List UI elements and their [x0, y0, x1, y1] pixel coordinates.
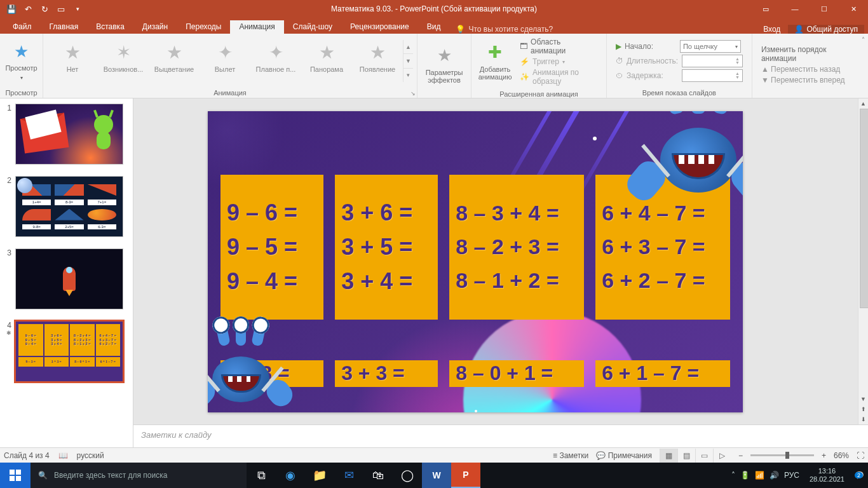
comments-toggle-button[interactable]: 💬 Примечания [596, 451, 652, 460]
language-indicator[interactable]: русский [77, 451, 104, 460]
maximize-icon[interactable]: ☐ [810, 0, 839, 18]
start-button[interactable] [0, 463, 31, 488]
anim-appear[interactable]: ✶Возникнов... [98, 40, 149, 73]
slide-thumbnail-1[interactable] [15, 104, 123, 165]
slide-canvas[interactable]: 9 – 6 = 9 – 5 = 9 – 4 = 3 + 6 = 3 + 5 = … [208, 111, 743, 412]
zoom-in-icon[interactable]: + [822, 451, 826, 460]
card-col-1[interactable]: 9 – 6 = 9 – 5 = 9 – 4 = [220, 175, 323, 320]
share-label: Общий доступ [806, 25, 858, 34]
action-center-icon[interactable]: 💬 [855, 471, 864, 480]
anim-fade[interactable]: ★Выцветание [149, 40, 200, 73]
slide-canvas-area[interactable]: 9 – 6 = 9 – 5 = 9 – 4 = 3 + 6 = 3 + 5 = … [133, 98, 868, 424]
preview-button[interactable]: ★ Просмотр ▾ [4, 41, 39, 80]
move-later-button[interactable]: ▼ Переместить вперед [761, 76, 849, 85]
slide-thumbnail-4[interactable]: 9 – 6 =9 – 5 =9 – 4 = 3 + 6 =3 + 5 =3 + … [15, 321, 123, 382]
zoom-level[interactable]: 66% [834, 451, 849, 460]
explorer-icon[interactable]: 📁 [305, 463, 334, 488]
prev-slide-icon[interactable]: ⬆ [858, 404, 868, 414]
scroll-down-icon[interactable]: ▼ [858, 394, 868, 404]
share-button[interactable]: 👤 Общий доступ [788, 25, 864, 34]
powerpoint-icon[interactable]: P [451, 463, 480, 488]
minimize-icon[interactable]: — [780, 0, 810, 18]
tab-insert[interactable]: Вставка [87, 20, 133, 34]
redo-icon[interactable]: ↻ [37, 1, 52, 17]
card-bot-4[interactable]: 6 + 1 – 7 = [595, 360, 730, 387]
start-from-beginning-icon[interactable]: ▭ [53, 1, 69, 17]
tab-design[interactable]: Дизайн [133, 20, 177, 34]
undo-icon[interactable]: ↶ [20, 1, 36, 17]
effect-options-button[interactable]: ★ Параметры эффектов [421, 46, 467, 84]
anim-float[interactable]: ✦Плавное п... [250, 40, 301, 73]
store-icon[interactable]: 🛍 [363, 463, 393, 488]
taskbar-search[interactable]: 🔍 Введите здесь текст для поиска [31, 463, 247, 488]
spellcheck-icon[interactable]: 📖 [58, 451, 68, 460]
slide-thumbnails-pane[interactable]: 1 2 1+4= 8-3= 7+1= 9-8= 2+5= 6-3= [0, 98, 133, 447]
tab-file[interactable]: Файл [4, 20, 41, 34]
zoom-slider[interactable] [750, 454, 814, 456]
zoom-out-icon[interactable]: − [738, 451, 743, 460]
tray-up-icon[interactable]: ˄ [731, 471, 735, 480]
chrome-icon[interactable]: ◯ [393, 463, 422, 488]
tab-transitions[interactable]: Переходы [177, 20, 230, 34]
notes-toggle-button[interactable]: ≡ Заметки [553, 451, 588, 460]
anim-flyin[interactable]: ✦Вылет [200, 40, 250, 73]
slide-thumbnail-2[interactable]: 1+4= 8-3= 7+1= 9-8= 2+5= 6-3= [15, 176, 123, 237]
collapse-ribbon-icon[interactable]: ˄ [858, 34, 868, 98]
anim-split[interactable]: ★Панорама [301, 40, 352, 73]
mail-icon[interactable]: ✉ [334, 463, 363, 488]
bolt-icon: ⚡ [520, 57, 529, 66]
monster-bottom-left[interactable] [208, 341, 279, 412]
add-animation-button[interactable]: ✚ Добавить анимацию [475, 43, 515, 81]
card-col-3[interactable]: 8 – 3 + 4 = 8 – 2 + 3 = 8 – 1 + 2 = [449, 175, 584, 320]
task-view-icon[interactable]: ⧉ [247, 463, 276, 488]
edge-icon[interactable]: ◉ [276, 463, 305, 488]
sorter-view-icon[interactable]: ▤ [677, 449, 695, 463]
anim-none[interactable]: ★Нет [47, 40, 98, 73]
word-icon[interactable]: W [422, 463, 451, 488]
scroll-up-icon[interactable]: ▲ [858, 98, 868, 109]
notes-pane[interactable]: Заметки к слайду [133, 424, 868, 447]
qat-more-icon[interactable]: ▾ [70, 1, 85, 17]
input-language[interactable]: РУС [784, 471, 799, 480]
tab-review[interactable]: Рецензирование [341, 20, 418, 34]
move-earlier-button[interactable]: ▲ Переместить назад [761, 65, 849, 74]
slide-thumbnail-3[interactable] [15, 248, 123, 309]
reading-view-icon[interactable]: ▭ [695, 449, 713, 463]
animation-pane-button[interactable]: 🗔Область анимации [520, 37, 597, 55]
save-icon[interactable]: 💾 [4, 1, 19, 17]
tab-slideshow[interactable]: Слайд-шоу [284, 20, 341, 34]
animation-painter-button[interactable]: ✨Анимация по образцу [520, 68, 597, 86]
tab-view[interactable]: Вид [418, 20, 450, 34]
close-icon[interactable]: ✕ [839, 0, 868, 18]
trigger-button[interactable]: ⚡Триггер▾ [520, 57, 597, 66]
start-combo[interactable]: По щелчку▾ [680, 40, 741, 53]
card-bot-3[interactable]: 8 – 0 + 1 = [449, 360, 584, 387]
slideshow-view-icon[interactable]: ▷ [713, 449, 731, 463]
wifi-icon[interactable]: 📶 [755, 471, 764, 480]
tell-me-search[interactable]: 💡 Что вы хотите сделать? [449, 25, 559, 34]
fit-to-window-icon[interactable]: ⛶ [857, 451, 864, 460]
view-buttons: ▦ ▤ ▭ ▷ [660, 449, 731, 463]
equation-text: 6 + 2 – 7 = [602, 264, 724, 297]
delay-spinner[interactable]: ▲▼ [682, 69, 743, 82]
gallery-scroll[interactable]: ▲▼▾ [403, 40, 413, 82]
card-col-2[interactable]: 3 + 6 = 3 + 5 = 3 + 4 = [335, 175, 438, 320]
sign-in-button[interactable]: Вход [756, 25, 788, 34]
animation-gallery[interactable]: ★Нет ✶Возникнов... ★Выцветание ✦Вылет ✦П… [47, 40, 413, 82]
normal-view-icon[interactable]: ▦ [660, 449, 677, 463]
add-animation-label: Добавить анимацию [478, 65, 512, 81]
vertical-scrollbar[interactable]: ▲ ▼ ⬆ ⬇ [858, 98, 868, 424]
ribbon-options-icon[interactable]: ▭ [751, 0, 780, 18]
card-bot-2[interactable]: 3 + 3 = [335, 360, 438, 387]
next-slide-icon[interactable]: ⬇ [858, 414, 868, 424]
anim-wipe[interactable]: ★Появление [352, 40, 403, 73]
tab-home[interactable]: Главная [41, 20, 88, 34]
battery-icon[interactable]: 🔋 [740, 471, 750, 480]
monster-top-right[interactable] [648, 111, 743, 215]
clock[interactable]: 13:16 28.02.2021 [804, 467, 850, 484]
duration-spinner[interactable]: ▲▼ [682, 55, 743, 67]
volume-icon[interactable]: 🔊 [770, 471, 779, 480]
group-advanced-animation: ✚ Добавить анимацию 🗔Область анимации ⚡Т… [471, 34, 607, 98]
tab-animations[interactable]: Анимация [230, 20, 283, 34]
group-launcher-icon[interactable]: ↘ [410, 90, 416, 97]
